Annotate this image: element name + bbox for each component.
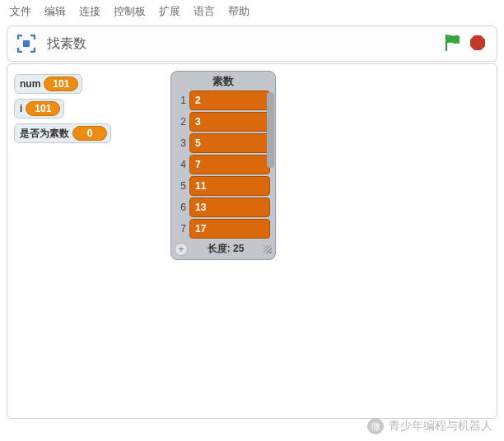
- list-item: 23: [175, 112, 270, 132]
- variable-value: 101: [44, 77, 78, 91]
- list-scrollbar[interactable]: [267, 92, 274, 168]
- green-flag-icon[interactable]: [444, 33, 462, 55]
- variable-monitor-num[interactable]: num 101: [14, 74, 82, 94]
- list-item: 511: [175, 176, 270, 196]
- list-body: 12 23 35 47 511 613 717: [171, 91, 275, 240]
- menu-file[interactable]: 文件: [10, 4, 31, 19]
- list-item: 35: [175, 133, 270, 153]
- list-item: 717: [175, 219, 270, 239]
- list-footer: + 长度: 25: [171, 240, 275, 259]
- list-monitor-primes[interactable]: 素数 12 23 35 47 511 613 717 + 长度: 25: [170, 71, 276, 260]
- fullscreen-icon[interactable]: [17, 35, 35, 53]
- watermark: 微 青少年编程与机器人: [367, 418, 492, 434]
- menu-extend[interactable]: 扩展: [159, 4, 180, 19]
- variable-label: 是否为素数: [20, 127, 69, 141]
- stage: num 101 i 101 是否为素数 0 素数 12 23 35 47 511…: [7, 63, 497, 419]
- menu-edit[interactable]: 编辑: [44, 4, 66, 19]
- variable-label: num: [20, 78, 40, 90]
- list-item: 12: [175, 91, 270, 110]
- svg-rect-0: [23, 40, 30, 47]
- stage-header: 找素数: [7, 26, 497, 62]
- variable-monitor-isprime[interactable]: 是否为素数 0: [14, 123, 111, 143]
- list-item: 613: [175, 197, 270, 217]
- wechat-icon: 微: [367, 418, 384, 434]
- watermark-text: 青少年编程与机器人: [389, 419, 492, 434]
- menu-lang[interactable]: 语言: [194, 4, 215, 19]
- variable-label: i: [20, 103, 22, 114]
- menu-help[interactable]: 帮助: [228, 4, 250, 19]
- variable-value: 0: [72, 126, 107, 141]
- resize-grip-icon[interactable]: [264, 245, 272, 253]
- svg-marker-1: [470, 35, 485, 50]
- variable-value: 101: [26, 101, 60, 116]
- menu-connect[interactable]: 连接: [79, 4, 100, 19]
- list-title: 素数: [171, 72, 275, 91]
- list-length-label: 长度: 25: [193, 242, 259, 256]
- stop-icon[interactable]: [469, 34, 487, 54]
- menu-bar: 文件 编辑 连接 控制板 扩展 语言 帮助: [0, 0, 504, 23]
- variable-monitor-i[interactable]: i 101: [14, 99, 64, 118]
- project-title: 找素数: [47, 35, 86, 53]
- menu-board[interactable]: 控制板: [114, 4, 146, 19]
- list-item: 47: [175, 155, 270, 174]
- list-add-button[interactable]: +: [175, 243, 188, 256]
